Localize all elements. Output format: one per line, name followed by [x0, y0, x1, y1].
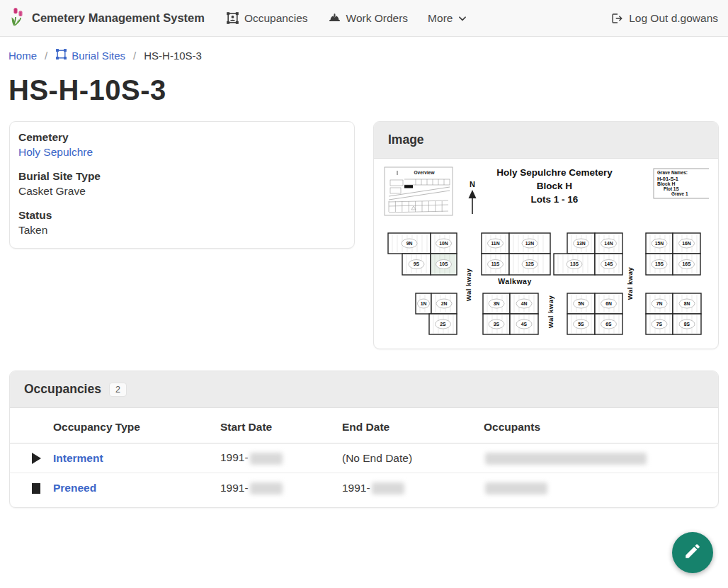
- svg-text:13S: 13S: [570, 261, 579, 266]
- nav-item-occupancies[interactable]: Occupancies: [226, 11, 308, 25]
- field-status: Status Taken: [18, 209, 346, 237]
- svg-text:9N: 9N: [406, 241, 413, 246]
- svg-text:10S: 10S: [439, 261, 448, 266]
- svg-text:8S: 8S: [684, 322, 690, 327]
- col-occupants: Occupants: [484, 421, 718, 434]
- svg-text:2S: 2S: [440, 322, 446, 327]
- breadcrumb-separator: /: [45, 50, 47, 62]
- play-icon: [32, 453, 41, 464]
- occupancies-table-header: Occupancy Type Start Date End Date Occup…: [10, 411, 718, 443]
- start-date-cell: 1991-: [220, 482, 342, 494]
- field-label-status: Status: [18, 209, 346, 222]
- redacted-text: [485, 453, 647, 465]
- svg-text:12S: 12S: [525, 261, 535, 266]
- work-orders-icon: [328, 11, 341, 25]
- svg-text:15S: 15S: [655, 261, 664, 266]
- svg-text:11S: 11S: [491, 261, 500, 266]
- svg-text:5S: 5S: [578, 322, 584, 327]
- logout-icon: [611, 12, 624, 25]
- svg-text:16S: 16S: [682, 261, 691, 266]
- svg-text:Walkway: Walkway: [498, 277, 531, 285]
- occupancies-title: Occupancies: [24, 382, 101, 397]
- svg-text:4N: 4N: [521, 301, 528, 306]
- burial-site-details-card: Cemetery Holy Sepulchre Burial Site Type…: [9, 121, 355, 249]
- field-label-burial-site-type: Burial Site Type: [18, 170, 346, 183]
- burial-site-map-image: Holy Sepulchre CemeteryBlock HLots 1 - 1…: [383, 163, 709, 341]
- app-title: Cemetery Management System: [32, 11, 205, 25]
- svg-text:1N: 1N: [421, 301, 427, 306]
- svg-text:Wal kway: Wal kway: [547, 295, 554, 329]
- edit-fab-button[interactable]: [672, 532, 713, 573]
- svg-text:15N: 15N: [655, 241, 664, 246]
- svg-text:Holy Sepulchre Cemetery: Holy Sepulchre Cemetery: [496, 167, 613, 178]
- svg-text:N: N: [470, 180, 475, 188]
- page-title: HS-H-10S-3: [8, 74, 720, 106]
- svg-text:Block H: Block H: [537, 181, 572, 191]
- svg-text:12N: 12N: [525, 241, 535, 246]
- col-occupancy-type: Occupancy Type: [53, 421, 220, 434]
- burial-sites-icon: [55, 48, 67, 62]
- svg-text:9S: 9S: [414, 261, 420, 266]
- occupants-cell: [484, 482, 718, 494]
- redacted-text: [250, 482, 283, 494]
- svg-text:Lots 1 - 16: Lots 1 - 16: [531, 194, 579, 205]
- breadcrumb-burial-sites-link[interactable]: Burial Sites: [55, 48, 125, 62]
- svg-text:8N: 8N: [684, 301, 690, 306]
- svg-text:Block H: Block H: [657, 181, 675, 186]
- occupancies-count-badge: 2: [109, 383, 127, 397]
- field-burial-site-type: Burial Site Type Casket Grave: [18, 170, 346, 198]
- breadcrumb-separator: /: [133, 50, 136, 62]
- occupancies-table: Occupancy Type Start Date End Date Occup…: [10, 408, 718, 507]
- app-brand[interactable]: Cemetery Management System: [10, 7, 205, 30]
- svg-text:5N: 5N: [578, 301, 584, 306]
- svg-text:Wal kway: Wal kway: [465, 268, 472, 302]
- occupancies-card: Occupancies 2 Occupancy Type Start Date …: [9, 371, 719, 508]
- col-end-date: End Date: [342, 421, 484, 434]
- image-card-header: Image: [374, 122, 718, 159]
- breadcrumb-home-link[interactable]: Home: [8, 50, 37, 62]
- svg-text:13N: 13N: [576, 241, 586, 246]
- redacted-text: [485, 482, 547, 494]
- breadcrumb-current: HS-H-10S-3: [144, 50, 202, 62]
- occupancy-type-link[interactable]: Interment: [53, 452, 103, 464]
- nav-item-work-orders[interactable]: Work Orders: [328, 11, 409, 25]
- top-navbar: Cemetery Management System Occupancies: [0, 0, 728, 37]
- svg-text:14N: 14N: [604, 241, 613, 246]
- cemetery-link[interactable]: Holy Sepulchre: [18, 146, 93, 158]
- image-card-body: Holy Sepulchre CemeteryBlock HLots 1 - 1…: [374, 159, 718, 349]
- logout-button[interactable]: Log Out d.gowans: [611, 12, 718, 25]
- occupancy-row: Interment1991-(No End Date): [10, 443, 718, 473]
- breadcrumb: Home / Burial Sites / HS-H-10S-3: [0, 37, 728, 62]
- svg-text:10N: 10N: [439, 241, 448, 246]
- svg-text:14S: 14S: [604, 261, 613, 266]
- edit-pencil-icon: [683, 542, 702, 563]
- start-date-cell: 1991-: [220, 451, 342, 464]
- occupancies-icon: [226, 11, 239, 25]
- svg-text:Wal kway: Wal kway: [626, 267, 634, 300]
- field-cemetery: Cemetery Holy Sepulchre: [18, 131, 346, 159]
- occupancies-table-body: Interment1991-(No End Date)Preneed1991-1…: [10, 443, 718, 503]
- occupancies-card-header: Occupancies 2: [10, 371, 718, 408]
- svg-text:6N: 6N: [605, 301, 612, 306]
- field-label-cemetery: Cemetery: [18, 131, 346, 144]
- field-value-status: Taken: [18, 224, 346, 237]
- image-card: Image Holy Sepulchre CemeteryBlock HLots…: [373, 121, 719, 349]
- svg-text:11N: 11N: [491, 241, 499, 246]
- nav-label-occupancies: Occupancies: [244, 12, 308, 25]
- redacted-text: [372, 482, 404, 494]
- svg-text:16N: 16N: [682, 241, 691, 246]
- occupancy-type-link[interactable]: Preneed: [53, 482, 96, 494]
- end-date-cell: 1991-: [342, 482, 484, 494]
- svg-text:Grave Names:: Grave Names:: [657, 170, 688, 175]
- logout-label: Log Out d.gowans: [629, 12, 718, 25]
- chevron-down-icon: [457, 13, 467, 23]
- tulip-logo-icon: [10, 7, 26, 30]
- occupants-cell: [484, 451, 718, 464]
- svg-text:Plot 1S: Plot 1S: [664, 186, 679, 191]
- field-value-burial-site-type: Casket Grave: [18, 185, 346, 198]
- stop-icon: [32, 483, 40, 494]
- svg-text:3N: 3N: [494, 301, 500, 306]
- svg-text:7S: 7S: [656, 322, 663, 327]
- svg-text:Grave 1: Grave 1: [671, 191, 688, 196]
- nav-item-more[interactable]: More: [428, 12, 467, 25]
